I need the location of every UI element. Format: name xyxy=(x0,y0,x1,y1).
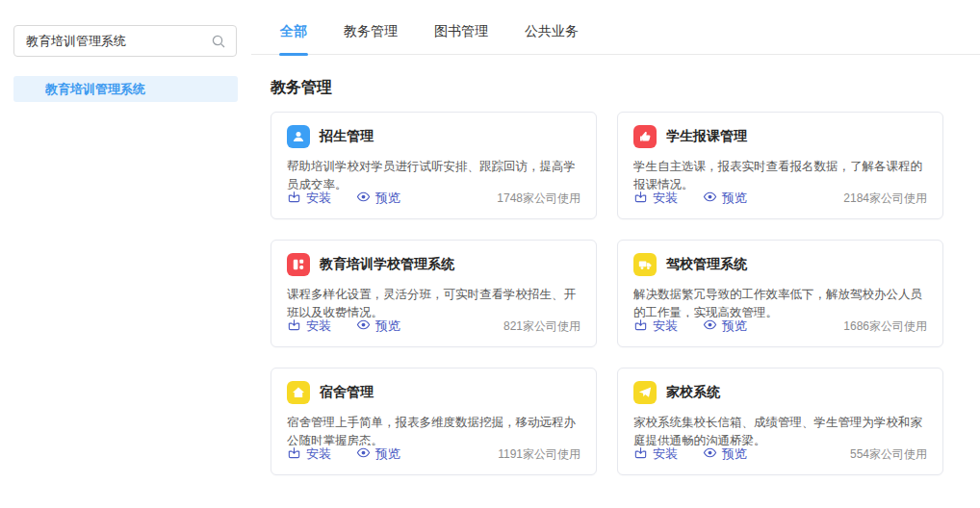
card-footer: 安装 预览 1191家公司使用 xyxy=(287,445,580,463)
install-label: 安装 xyxy=(653,190,678,207)
card-description: 宿舍管理上手简单，报表多维度数据挖掘，移动远程办公随时掌握房态。 xyxy=(287,414,580,445)
install-label: 安装 xyxy=(306,318,331,335)
install-button[interactable]: 安装 xyxy=(633,318,678,335)
sidebar: 教育培训管理系统 xyxy=(0,0,251,508)
card-title: 教育培训学校管理系统 xyxy=(320,256,454,273)
card-title: 宿舍管理 xyxy=(320,384,374,401)
card-footer: 安装 预览 554家公司使用 xyxy=(633,445,927,463)
install-button[interactable]: 安装 xyxy=(287,190,331,207)
preview-button[interactable]: 预览 xyxy=(356,318,400,335)
card-title: 家校系统 xyxy=(666,384,720,401)
install-icon xyxy=(287,318,301,335)
usage-count: 821家公司使用 xyxy=(503,318,580,335)
preview-button[interactable]: 预览 xyxy=(356,190,400,207)
card-footer: 安装 预览 821家公司使用 xyxy=(287,318,580,335)
card-header: 家校系统 xyxy=(633,381,927,404)
usage-count: 1191家公司使用 xyxy=(498,446,580,463)
sidebar-search xyxy=(13,25,237,57)
card-footer: 安装 预览 2184家公司使用 xyxy=(633,190,927,207)
app-card[interactable]: 教育培训学校管理系统 课程多样化设置，灵活分班，可实时查看学校招生、开班以及收费… xyxy=(271,240,597,347)
app-card[interactable]: 招生管理 帮助培训学校对学员进行试听安排、跟踪回访，提高学员成交率。 安装 xyxy=(271,112,597,219)
install-icon xyxy=(287,445,301,463)
eye-icon xyxy=(703,445,717,463)
paper-plane-icon xyxy=(633,381,657,404)
app-card[interactable]: 驾校管理系统 解决数据繁冗导致的工作效率低下，解放驾校办公人员的工作量，实现高效… xyxy=(617,240,943,347)
card-footer: 安装 预览 1686家公司使用 xyxy=(633,318,927,335)
app-card-grid: 招生管理 帮助培训学校对学员进行试听安排、跟踪回访，提高学员成交率。 安装 xyxy=(271,112,980,475)
install-button[interactable]: 安装 xyxy=(287,445,331,463)
eye-icon xyxy=(356,190,371,207)
install-label: 安装 xyxy=(306,190,331,207)
card-description: 解决数据繁冗导致的工作效率低下，解放驾校办公人员的工作量，实现高效管理。 xyxy=(633,286,927,318)
hand-icon xyxy=(633,125,657,148)
card-description: 帮助培训学校对学员进行试听安排、跟踪回访，提高学员成交率。 xyxy=(287,158,580,190)
install-icon xyxy=(633,445,648,463)
eye-icon xyxy=(356,445,371,463)
preview-button[interactable]: 预览 xyxy=(703,445,747,463)
card-header: 学生报课管理 xyxy=(633,125,927,148)
card-description: 学生自主选课，报表实时查看报名数据，了解各课程的报课情况。 xyxy=(633,158,927,190)
card-title: 学生报课管理 xyxy=(666,128,747,145)
preview-label: 预览 xyxy=(722,318,747,335)
preview-label: 预览 xyxy=(375,318,400,335)
app-card[interactable]: 宿舍管理 宿舍管理上手简单，报表多维度数据挖掘，移动远程办公随时掌握房态。 安装 xyxy=(271,368,597,475)
install-icon xyxy=(633,190,648,207)
card-header: 宿舍管理 xyxy=(287,381,580,404)
preview-button[interactable]: 预览 xyxy=(356,445,400,463)
preview-label: 预览 xyxy=(722,190,747,207)
truck-icon xyxy=(633,253,657,276)
install-button[interactable]: 安装 xyxy=(287,318,331,335)
card-footer: 安装 预览 1748家公司使用 xyxy=(287,190,580,207)
usage-count: 2184家公司使用 xyxy=(843,190,927,207)
dashboard-icon xyxy=(287,253,310,276)
search-icon[interactable] xyxy=(211,34,226,49)
home-icon xyxy=(287,381,310,404)
search-input[interactable] xyxy=(14,26,236,56)
tab-3[interactable]: 公共业务 xyxy=(525,23,579,54)
card-title: 驾校管理系统 xyxy=(666,256,747,273)
preview-button[interactable]: 预览 xyxy=(703,190,747,207)
app-card[interactable]: 家校系统 家校系统集校长信箱、成绩管理、学生管理为学校和家庭提供通畅的沟通桥梁。… xyxy=(617,368,943,475)
app-card[interactable]: 学生报课管理 学生自主选课，报表实时查看报名数据，了解各课程的报课情况。 安装 xyxy=(617,112,943,219)
card-description: 课程多样化设置，灵活分班，可实时查看学校招生、开班以及收费情况。 xyxy=(287,286,580,318)
usage-count: 554家公司使用 xyxy=(850,446,927,463)
card-title: 招生管理 xyxy=(320,128,374,145)
eye-icon xyxy=(703,318,717,335)
tab-2[interactable]: 图书管理 xyxy=(434,23,488,54)
preview-button[interactable]: 预览 xyxy=(703,318,747,335)
card-header: 招生管理 xyxy=(287,125,580,148)
install-icon xyxy=(287,190,301,207)
preview-label: 预览 xyxy=(375,445,400,463)
sidebar-item-education-training-system[interactable]: 教育培训管理系统 xyxy=(13,76,238,102)
install-label: 安装 xyxy=(653,318,678,335)
usage-count: 1686家公司使用 xyxy=(843,318,927,335)
usage-count: 1748家公司使用 xyxy=(497,190,580,207)
user-icon xyxy=(287,125,310,148)
main-content: 全部教务管理图书管理公共业务 教务管理 招生管理 帮助培训学校对学员进行试听安排… xyxy=(251,0,980,508)
install-label: 安装 xyxy=(653,445,678,463)
section-title: 教务管理 xyxy=(271,78,980,98)
category-tabs: 全部教务管理图书管理公共业务 xyxy=(251,0,980,55)
app-window: 教育培训管理系统 全部教务管理图书管理公共业务 教务管理 招生管理 帮助培训学校… xyxy=(0,0,980,508)
card-header: 驾校管理系统 xyxy=(633,253,927,276)
card-description: 家校系统集校长信箱、成绩管理、学生管理为学校和家庭提供通畅的沟通桥梁。 xyxy=(633,414,927,445)
preview-label: 预览 xyxy=(722,445,747,463)
install-button[interactable]: 安装 xyxy=(633,445,678,463)
install-icon xyxy=(633,318,648,335)
tab-0[interactable]: 全部 xyxy=(280,23,307,54)
install-label: 安装 xyxy=(306,445,331,463)
eye-icon xyxy=(703,190,717,207)
install-button[interactable]: 安装 xyxy=(633,190,678,207)
card-header: 教育培训学校管理系统 xyxy=(287,253,580,276)
tab-1[interactable]: 教务管理 xyxy=(344,23,398,54)
eye-icon xyxy=(356,318,371,335)
preview-label: 预览 xyxy=(375,190,400,207)
